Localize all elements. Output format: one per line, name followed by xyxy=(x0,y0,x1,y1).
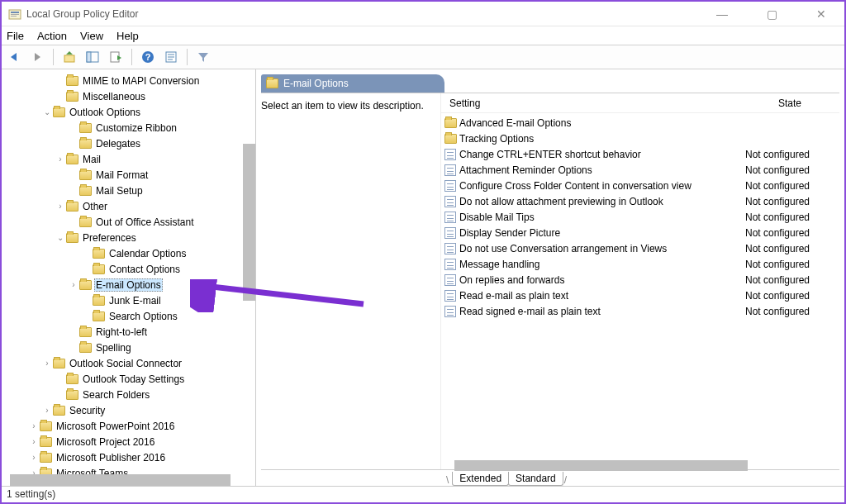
tree-node-label: Preferences xyxy=(81,232,138,244)
tree-node[interactable]: Miscellaneous xyxy=(2,88,252,104)
filter-button[interactable] xyxy=(194,48,212,66)
tree-node[interactable]: Delegates xyxy=(2,136,252,151)
expander-open-icon[interactable]: ⌄ xyxy=(55,233,66,242)
setting-state: Not configured xyxy=(740,164,839,176)
tree-horizontal-scrollbar[interactable] xyxy=(10,474,231,486)
detail-horizontal-scrollbar[interactable] xyxy=(454,460,748,471)
menu-file[interactable]: File xyxy=(7,30,24,42)
tab-standard[interactable]: Standard xyxy=(508,472,563,486)
expander-closed-icon[interactable]: › xyxy=(41,359,53,368)
expander-closed-icon[interactable]: › xyxy=(28,437,40,446)
list-item[interactable]: Read e-mail as plain textNot configured xyxy=(441,288,839,303)
maximize-button[interactable]: ▢ xyxy=(755,7,788,21)
policy-icon xyxy=(444,227,456,239)
tree-node[interactable]: Calendar Options xyxy=(2,245,252,261)
expander-open-icon[interactable]: ⌄ xyxy=(41,107,53,116)
up-button[interactable] xyxy=(60,48,78,66)
folder-icon xyxy=(53,359,65,368)
tree-node-label: Search Options xyxy=(107,311,179,322)
tree-node[interactable]: ›Microsoft PowerPoint 2016 xyxy=(2,418,252,434)
window-title: Local Group Policy Editor xyxy=(26,8,138,20)
tree-node[interactable]: Search Folders xyxy=(2,387,252,402)
expander-closed-icon[interactable]: › xyxy=(41,406,53,415)
expander-closed-icon[interactable]: › xyxy=(55,155,66,164)
menu-help[interactable]: Help xyxy=(116,30,139,42)
tree-node[interactable]: Customize Ribbon xyxy=(2,120,252,136)
folder-icon xyxy=(40,468,52,475)
policy-icon xyxy=(444,149,456,160)
expander-closed-icon[interactable]: › xyxy=(28,421,40,430)
tree-node[interactable]: Junk E-mail xyxy=(2,292,252,308)
tree-node[interactable]: ⌄Preferences xyxy=(2,230,252,245)
menubar: File Action View Help xyxy=(2,26,844,45)
policy-icon xyxy=(444,259,456,270)
tree-node[interactable]: ›Security xyxy=(2,402,252,418)
list-item[interactable]: Message handlingNot configured xyxy=(441,256,839,272)
folder-icon xyxy=(53,406,65,416)
tree-node[interactable]: ›Other xyxy=(2,198,252,214)
back-button[interactable] xyxy=(5,48,23,66)
tree[interactable]: MIME to MAPI ConversionMiscellaneous⌄Out… xyxy=(2,69,252,474)
tree-node[interactable]: ⌄Outlook Options xyxy=(2,104,252,120)
tree-node[interactable]: Right-to-left xyxy=(2,324,252,340)
export-list-button[interactable] xyxy=(107,48,125,66)
list-item[interactable]: Tracking Options xyxy=(441,131,839,146)
tree-node[interactable]: Search Options xyxy=(2,308,252,324)
menu-action[interactable]: Action xyxy=(37,30,67,42)
list-item[interactable]: Disable Mail TipsNot configured xyxy=(441,209,839,225)
properties-button[interactable] xyxy=(162,48,180,66)
list-item[interactable]: Display Sender PictureNot configured xyxy=(441,225,839,240)
tree-node[interactable]: ›Microsoft Teams xyxy=(2,465,252,474)
tree-node-label: Contact Options xyxy=(107,264,182,275)
tree-node-label: Outlook Options xyxy=(68,107,142,118)
tree-node[interactable]: Mail Setup xyxy=(2,183,252,198)
tree-node[interactable]: Mail Format xyxy=(2,167,252,183)
list-item[interactable]: Attachment Reminder OptionsNot configure… xyxy=(441,162,839,178)
expander-closed-icon[interactable]: › xyxy=(68,280,79,289)
policy-icon xyxy=(444,274,456,286)
close-button[interactable]: ✕ xyxy=(805,7,838,21)
tree-node[interactable]: Spelling xyxy=(2,340,252,355)
setting-state: Not configured xyxy=(740,259,839,270)
list-item[interactable]: Change CTRL+ENTER shortcut behaviorNot c… xyxy=(441,146,839,162)
toolbar-separator xyxy=(53,49,54,65)
setting-state: Not configured xyxy=(740,149,839,160)
tree-node[interactable]: Outlook Today Settings xyxy=(2,371,252,387)
tree-node[interactable]: ›Microsoft Project 2016 xyxy=(2,434,252,449)
folder-icon xyxy=(66,155,78,164)
svg-marker-4 xyxy=(11,53,17,61)
menu-view[interactable]: View xyxy=(80,30,103,42)
tree-node[interactable]: MIME to MAPI Conversion xyxy=(2,73,252,88)
list-item[interactable]: Configure Cross Folder Content in conver… xyxy=(441,178,839,193)
help-button[interactable]: ? xyxy=(139,48,157,66)
folder-icon xyxy=(66,390,78,400)
policy-icon xyxy=(444,306,456,317)
list-item[interactable]: On replies and forwardsNot configured xyxy=(441,272,839,288)
tab-extended[interactable]: Extended xyxy=(452,472,509,486)
folder-icon xyxy=(79,170,92,180)
list-item[interactable]: Do not use Conversation arrangement in V… xyxy=(441,240,839,256)
tree-node[interactable]: ›Outlook Social Connector xyxy=(2,355,252,371)
description-column: Select an item to view its description. xyxy=(261,93,441,469)
expander-closed-icon[interactable]: › xyxy=(28,468,40,474)
list-item[interactable]: Do not allow attachment previewing in Ou… xyxy=(441,193,839,209)
tree-vertical-scrollbar[interactable] xyxy=(243,144,255,301)
column-state[interactable]: State xyxy=(740,97,839,109)
forward-button[interactable] xyxy=(28,48,46,66)
minimize-button[interactable]: — xyxy=(706,7,739,21)
folder-icon xyxy=(93,249,105,259)
list-item[interactable]: Advanced E-mail Options xyxy=(441,115,839,131)
svg-rect-6 xyxy=(64,55,74,62)
show-hide-tree-button[interactable] xyxy=(83,48,102,66)
expander-closed-icon[interactable]: › xyxy=(55,202,66,211)
expander-closed-icon[interactable]: › xyxy=(28,453,40,462)
tree-node[interactable]: ›Microsoft Publisher 2016 xyxy=(2,449,252,465)
tree-node[interactable]: Out of Office Assistant xyxy=(2,214,252,230)
list-item[interactable]: Read signed e-mail as plain textNot conf… xyxy=(441,303,839,319)
tree-node[interactable]: Contact Options xyxy=(2,261,252,277)
tree-node[interactable]: ›E-mail Options xyxy=(2,277,252,292)
tree-node[interactable]: ›Mail xyxy=(2,151,252,167)
folder-icon xyxy=(66,233,78,243)
folder-icon xyxy=(40,437,52,447)
column-setting[interactable]: Setting xyxy=(441,97,740,109)
